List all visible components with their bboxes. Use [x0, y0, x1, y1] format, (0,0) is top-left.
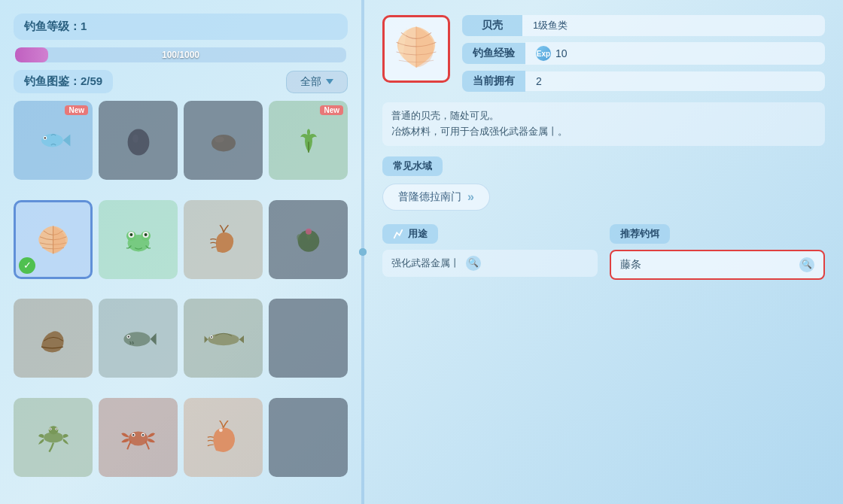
- bait-search-button[interactable]: 🔍: [799, 257, 814, 272]
- grid-cell-2[interactable]: [184, 101, 263, 180]
- crab-icon-13: [119, 421, 158, 454]
- usage-content: 强化武器金属丨 🔍: [382, 250, 598, 277]
- svg-point-22: [208, 333, 239, 345]
- svg-point-33: [128, 431, 148, 445]
- grid-cell-1[interactable]: [99, 101, 178, 180]
- collection-header: 钓鱼图鉴：2/59 全部: [14, 70, 348, 93]
- svg-point-17: [306, 229, 312, 235]
- grid-cell-11[interactable]: [269, 299, 348, 378]
- check-badge-4: ✓: [19, 257, 35, 274]
- grid-cell-7[interactable]: [269, 200, 348, 279]
- gecko-icon-12: [35, 421, 72, 454]
- grid-cell-4[interactable]: ✓: [14, 200, 93, 279]
- plant-icon-3: [292, 124, 325, 157]
- grid-cell-14[interactable]: [184, 398, 263, 477]
- sturgeon-icon-10: [203, 325, 244, 352]
- grid-cell-8[interactable]: [14, 299, 93, 378]
- owned-value: 2: [525, 71, 825, 91]
- svg-point-18: [123, 332, 150, 346]
- left-panel: 钓鱼等级：1 100/1000 钓鱼图鉴：2/59 全部 New: [0, 0, 361, 504]
- usage-section: 用途 强化武器金属丨 🔍: [382, 224, 598, 277]
- grid-cell-6[interactable]: [184, 200, 263, 279]
- grid-cell-3[interactable]: New: [269, 101, 348, 180]
- usage-tag: 用途: [382, 224, 438, 244]
- svg-point-32: [56, 428, 57, 430]
- grid-cell-10[interactable]: [184, 299, 263, 378]
- svg-point-7: [215, 136, 224, 142]
- stone-icon-2: [208, 127, 239, 154]
- grid-cell-15[interactable]: [269, 398, 348, 477]
- description-line1: 普通的贝壳，随处可见。: [391, 108, 816, 124]
- usage-search-button[interactable]: 🔍: [466, 256, 481, 271]
- svg-point-37: [142, 434, 143, 436]
- frog-icon-5: [120, 223, 157, 256]
- svg-marker-19: [150, 332, 156, 345]
- new-badge-0: New: [65, 105, 88, 115]
- location-button[interactable]: 普隆德拉南门 »: [382, 184, 490, 211]
- exp-row: 钓鱼经验 Exp 10: [462, 42, 825, 65]
- fishing-level-label: 钓鱼等级：1: [24, 20, 87, 34]
- catfish-icon-9: [119, 323, 158, 354]
- common-waters-tag: 常见水域: [382, 156, 443, 176]
- detail-top: 贝壳 1级鱼类 钓鱼经验 Exp 10 当前拥有 2: [382, 15, 825, 92]
- filter-arrow-icon: [326, 79, 333, 84]
- common-waters-section: 常见水域 普隆德拉南门 »: [382, 156, 825, 211]
- description-line2: 冶炼材料，可用于合成强化武器金属丨。: [391, 124, 816, 140]
- detail-stats: 贝壳 1级鱼类 钓鱼经验 Exp 10 当前拥有 2: [462, 15, 825, 92]
- svg-point-6: [212, 135, 236, 151]
- grid-cell-5[interactable]: [99, 200, 178, 279]
- location-chevron-icon: »: [467, 190, 474, 204]
- exp-bar: 100/1000: [15, 47, 346, 62]
- description-box: 普通的贝壳，随处可见。 冶炼材料，可用于合成强化武器金属丨。: [382, 102, 825, 146]
- grid-cell-13[interactable]: [99, 398, 178, 477]
- svg-marker-24: [204, 335, 208, 343]
- bait-section: 推荐钓饵 藤条 🔍: [610, 224, 825, 280]
- svg-point-4: [127, 129, 149, 155]
- shrimp-icon-6: [205, 223, 242, 256]
- svg-point-28: [48, 426, 58, 434]
- fish-icon-0: [35, 126, 72, 155]
- svg-point-14: [129, 233, 132, 236]
- grid-cell-0[interactable]: New: [14, 101, 93, 180]
- fishing-exp-label: 钓鱼经验: [462, 43, 525, 64]
- panel-divider: [361, 0, 364, 504]
- filter-label: 全部: [300, 75, 321, 89]
- exp-bar-text: 100/1000: [15, 47, 346, 62]
- rock-icon-1: [123, 124, 154, 157]
- usage-icon: [393, 229, 403, 239]
- selected-shell-icon: [389, 24, 443, 74]
- svg-point-26: [211, 336, 212, 338]
- mussel-icon-8: [35, 323, 72, 354]
- svg-marker-1: [62, 134, 70, 146]
- item-name-label: 贝壳: [462, 15, 522, 36]
- filter-button[interactable]: 全部: [286, 71, 348, 93]
- svg-point-5: [132, 134, 138, 142]
- name-row: 贝壳 1级鱼类: [462, 15, 825, 36]
- right-panel: 贝壳 1级鱼类 钓鱼经验 Exp 10 当前拥有 2 普通的贝壳，随处可见。 冶…: [364, 0, 843, 504]
- svg-point-31: [50, 428, 51, 430]
- svg-point-0: [41, 133, 63, 147]
- owned-label: 当前拥有: [462, 71, 525, 92]
- owned-row: 当前拥有 2: [462, 71, 825, 92]
- bait-tag: 推荐钓饵: [610, 224, 670, 244]
- svg-point-36: [132, 434, 134, 436]
- usage-item-text: 强化武器金属丨: [391, 257, 460, 270]
- svg-point-21: [127, 335, 129, 337]
- grid-cell-12[interactable]: [14, 398, 93, 477]
- fishing-exp-value: Exp 10: [525, 42, 825, 65]
- prawn-icon-14: [204, 421, 243, 454]
- grid-cell-9[interactable]: [99, 299, 178, 378]
- svg-point-3: [44, 137, 45, 138]
- fish-grid: New New: [14, 101, 348, 490]
- new-badge-3: New: [320, 105, 343, 115]
- exp-icon: Exp: [536, 46, 551, 61]
- item-grade-value: 1级鱼类: [522, 15, 825, 36]
- fishing-level-box: 钓鱼等级：1: [14, 14, 348, 40]
- svg-marker-23: [239, 334, 243, 344]
- location-name: 普隆德拉南门: [398, 190, 461, 204]
- bait-item-text: 藤条: [620, 258, 641, 272]
- shell-icon-4: [34, 221, 73, 257]
- collection-label: 钓鱼图鉴：2/59: [14, 70, 113, 93]
- bait-content: 藤条 🔍: [610, 250, 825, 280]
- selected-item-image: [382, 15, 450, 83]
